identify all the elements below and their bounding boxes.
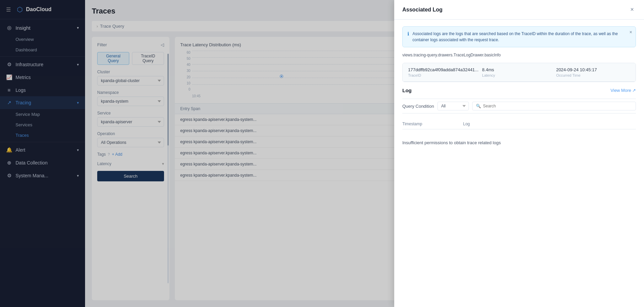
log-section-header: Log View More ↗ xyxy=(402,87,636,93)
drawer-body: ℹ Associated logs are the logs that are … xyxy=(394,20,644,307)
query-condition-select[interactable]: AllTraceIDContainer xyxy=(437,102,469,110)
info-banner: ℹ Associated logs are the logs that are … xyxy=(402,26,636,47)
info-banner-text: Associated logs are the logs that are se… xyxy=(412,31,631,43)
log-search-box: 🔍 xyxy=(472,102,636,110)
trace-id-cell: 177ddffb92ca4f09adda874a32441... TraceID xyxy=(408,67,482,77)
occurred-time-label: Occurred Time xyxy=(556,73,630,77)
info-icon: ℹ xyxy=(407,31,409,36)
occurred-time-cell: 2024-09-24 10:45:17 Occurred Time xyxy=(556,67,630,77)
search-icon: 🔍 xyxy=(476,104,481,108)
drawer: Associated Log × ℹ Associated logs are t… xyxy=(394,0,644,307)
close-banner-button[interactable]: × xyxy=(629,29,632,35)
trace-info-row: 177ddffb92ca4f09adda874a32441... TraceID… xyxy=(403,63,636,82)
log-filter-row: Query Condition AllTraceIDContainer 🔍 xyxy=(402,99,636,113)
trace-id-label: TraceID xyxy=(408,73,482,77)
log-table-header: Timestamp Log xyxy=(402,119,636,129)
drawer-path: views.tracing-query.drawers.TraceLogDraw… xyxy=(402,53,636,57)
view-more-link[interactable]: View More ↗ xyxy=(611,88,636,93)
latency-value: 8.4ms xyxy=(482,67,556,72)
drawer-overlay: Associated Log × ℹ Associated logs are t… xyxy=(0,0,644,307)
col-timestamp-header: Timestamp xyxy=(402,122,463,126)
drawer-header: Associated Log × xyxy=(394,0,644,20)
trace-id-value: 177ddffb92ca4f09adda874a32441... xyxy=(408,67,482,72)
drawer-title: Associated Log xyxy=(402,7,442,13)
external-link-icon: ↗ xyxy=(632,88,636,93)
log-search-input[interactable] xyxy=(483,104,632,108)
trace-info-card: 177ddffb92ca4f09adda874a32441... TraceID… xyxy=(402,63,636,82)
log-section-title: Log xyxy=(402,87,412,93)
drawer-close-button[interactable]: × xyxy=(628,5,636,14)
log-empty-message: Insufficient permissions to obtain trace… xyxy=(402,135,636,151)
latency-label: Latency xyxy=(482,73,556,77)
occurred-time-value: 2024-09-24 10:45:17 xyxy=(556,67,630,72)
latency-cell: 8.4ms Latency xyxy=(482,67,556,77)
col-log-header: Log xyxy=(463,122,636,126)
query-condition-label: Query Condition xyxy=(402,104,434,109)
view-more-label: View More xyxy=(611,88,631,93)
